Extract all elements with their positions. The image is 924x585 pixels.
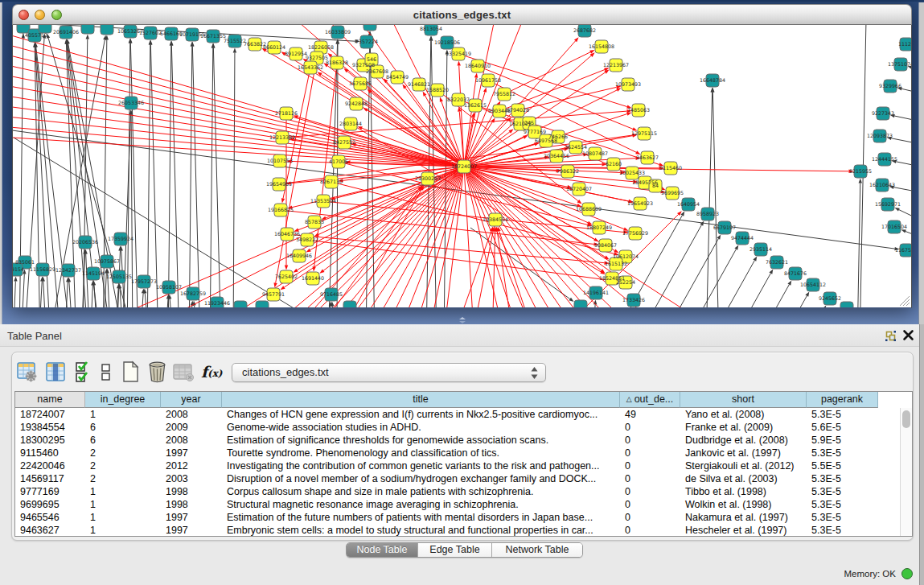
graph-node[interactable] (234, 301, 247, 307)
graph-node[interactable] (81, 25, 94, 34)
graph-node-label: 7357224 (355, 39, 378, 44)
panel-splitter-handle[interactable] (458, 317, 466, 323)
column-header-short[interactable]: short (680, 392, 807, 408)
graph-node[interactable] (343, 301, 356, 307)
table-cell: Dudbridge et al. (2008) (680, 434, 807, 447)
network-window-titlebar[interactable]: citations_edges.txt (12, 4, 912, 25)
graph-node-label: 3675685 (349, 80, 372, 86)
table-cell: 1 (85, 511, 161, 524)
table-cell: 9699695 (15, 498, 85, 511)
table-cell: 1998 (161, 498, 222, 511)
tab-node-table[interactable]: Node Table (347, 543, 418, 557)
graph-node-label: 9329966 (879, 83, 901, 89)
graph-node-label: 14196141 (583, 290, 609, 295)
table-row[interactable]: 1938455462009Genome-wide association stu… (15, 421, 901, 434)
graph-node-label: 7625402 (275, 274, 298, 279)
table-settings-icon[interactable] (17, 360, 38, 383)
graph-node-label: 16210643 (869, 182, 895, 187)
graph-node-label: 16648784 (700, 77, 725, 83)
citation-network-graph[interactable]: 1405571220691406106532671527602646616010… (13, 25, 911, 307)
graph-node-label: 8958923 (696, 211, 719, 216)
table-row[interactable]: 911546021997Tourette syndrome. Phenomeno… (15, 447, 901, 459)
table-cell: Wolkin et al. (1998) (680, 498, 807, 511)
graph-node-label: 11923446 (204, 300, 230, 306)
table-row[interactable]: 1456911722003Disruption of a novel membe… (15, 472, 901, 485)
column-header-in_degree[interactable]: in_degree (85, 392, 161, 408)
table-cell: 5.3E-5 (807, 485, 878, 498)
graph-node-label: 12093873 (867, 133, 893, 138)
graph-node-label: 9457791 (262, 291, 285, 297)
table-cell: 5.3E-5 (807, 408, 878, 421)
table-cell: Estimation of significance thresholds fo… (222, 434, 620, 447)
graph-node-label: 857833 (305, 219, 324, 225)
graph-node-label: 1527602 (139, 30, 162, 35)
application-window: citations_edges.txt 14055712206914061065… (0, 0, 924, 585)
network-view[interactable]: 1405571220691406106532671527602646616010… (12, 25, 912, 308)
select-rows-icon[interactable] (75, 360, 96, 383)
column-header-year[interactable]: year (161, 392, 222, 408)
tab-edge-table[interactable]: Edge Table (418, 543, 492, 557)
table-cell: Genome-wide association studies in ADHD. (222, 421, 620, 434)
tab-network-table[interactable]: Network Table (492, 543, 582, 557)
table-cell: Hescheler et al. (1997) (680, 524, 807, 537)
table-cell: Changes of HCN gene expression and I(f) … (222, 408, 620, 421)
right-panel-edge (918, 2, 924, 324)
table-panel-title: Table Panel (7, 330, 62, 342)
graph-node-label: 13751074 (888, 61, 911, 67)
graph-node[interactable] (363, 25, 376, 31)
network-select[interactable]: citations_edges.txt (232, 363, 546, 382)
graph-node[interactable] (256, 301, 269, 307)
row-height-icon[interactable] (101, 360, 112, 383)
graph-node-label: 10973493 (615, 81, 641, 87)
node-table: namein_degreeyeartitle△out_de...shortpag… (14, 391, 913, 537)
table-row[interactable]: 1830029562008Estimation of significance … (15, 434, 901, 447)
memory-status-indicator[interactable] (901, 568, 913, 579)
column-header-title[interactable]: title (222, 392, 620, 408)
table-cell: 9777169 (15, 485, 85, 498)
graph-node-label: 12342737 (55, 267, 81, 273)
table-cell: Jankovic et al. (1997) (680, 447, 807, 459)
table-cell: 1997 (161, 511, 222, 524)
graph-node-label: 9242848 (345, 101, 368, 106)
status-bar: Memory: OK (844, 568, 913, 579)
table-row[interactable]: 969969511998Structural magnetic resonanc… (15, 498, 901, 511)
delete-table-icon[interactable] (147, 360, 168, 383)
table-cell: 1 (85, 408, 161, 421)
table-row[interactable]: 1872400712008Changes of HCN gene express… (15, 408, 901, 421)
graph-node-label: 9227343 (872, 110, 894, 116)
table-cell: 2003 (161, 472, 222, 485)
graph-node-label: 3498222 (296, 237, 318, 242)
graph-node-label: 8267130 (320, 179, 343, 184)
table-cell: 19384554 (15, 421, 85, 434)
graph-node-label: 9327508 (352, 62, 375, 68)
close-panel-icon[interactable] (902, 328, 914, 341)
table-row[interactable]: 977716911998Corpus callosum shape and si… (15, 485, 901, 498)
float-panel-icon[interactable] (885, 330, 897, 342)
column-header-name[interactable]: name (15, 392, 85, 408)
graph-node-label: 10688609 (576, 206, 602, 212)
function-builder-icon[interactable]: f (x) (200, 360, 224, 383)
graph-node[interactable] (840, 302, 853, 307)
table-row[interactable]: 946554611997Estimation of the future num… (15, 511, 901, 524)
select-columns-icon[interactable] (46, 360, 67, 383)
table-cell: Disruption of a novel member of a sodium… (222, 472, 620, 485)
table-row[interactable]: 946362711997Embryonic stem cells: a mode… (15, 524, 901, 537)
table-cell: 5.3E-5 (807, 498, 878, 511)
table-row[interactable]: 2242004622012Investigating the contribut… (15, 459, 901, 472)
table-cell: 2 (85, 447, 161, 459)
graph-node[interactable] (101, 25, 113, 35)
table-scrollbar-thumb[interactable] (902, 410, 910, 428)
column-header-pagerank[interactable]: pagerank (807, 392, 878, 408)
table-scrollbar[interactable] (900, 408, 912, 536)
window-resize-grip[interactable] (897, 294, 910, 307)
table-cell: Estimation of the future numbers of pati… (222, 511, 620, 524)
graph-node[interactable] (574, 300, 587, 307)
new-document-icon[interactable] (121, 360, 141, 383)
graph-node-label: 16543362 (298, 64, 323, 70)
graph-node-label: 9084067 (594, 242, 617, 248)
graph-node-label: 16782759 (180, 290, 206, 296)
graph-node-label: 18724007 (451, 163, 477, 169)
graph-node-label: 1640954 (677, 201, 700, 207)
column-header-out_de[interactable]: △out_de... (620, 392, 680, 408)
graph-node-label: 9474444 (731, 235, 754, 241)
